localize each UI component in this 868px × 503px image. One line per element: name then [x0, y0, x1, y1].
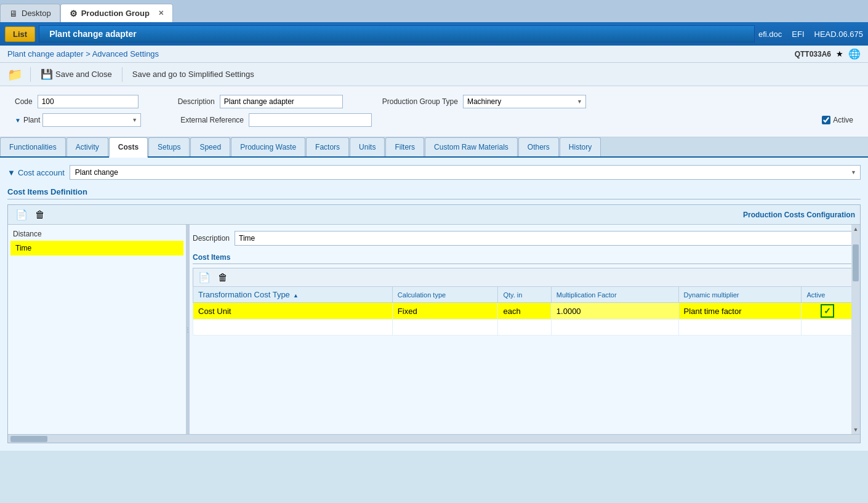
cost-items-table: Transformation Cost Type ▲ Calculation t…: [193, 286, 854, 336]
new-record-button[interactable]: 📄: [13, 207, 30, 222]
top-right-info: efi.doc EFI HEAD.06.675: [758, 30, 863, 39]
external-reference-input[interactable]: [249, 113, 372, 127]
cost-account-label-text: Cost account: [18, 168, 65, 177]
cost-item-new-button[interactable]: 📄: [196, 270, 213, 284]
code-input[interactable]: [38, 95, 139, 108]
tab-others[interactable]: Others: [518, 137, 559, 156]
production-group-type-select[interactable]: Machinery: [463, 95, 586, 108]
section-title: Cost Items Definition: [7, 187, 861, 199]
save-close-label: Save and Close: [55, 70, 112, 79]
cost-account-dropdown-icon[interactable]: ▼: [847, 167, 860, 178]
inner-toolbar: 📄 🗑 Production Costs Configuration: [8, 205, 860, 225]
table-row-empty-1: [193, 320, 854, 336]
cell-qty-in: each: [498, 303, 551, 320]
tab-setups[interactable]: Setups: [148, 137, 190, 156]
col-dynamic-multiplier: Dynamic multiplier: [678, 287, 802, 303]
tab-production-group[interactable]: ⚙ Production Group ✕: [60, 4, 173, 22]
split-view: Distance Time ⋮ Description Cost Items: [8, 225, 860, 434]
h-scroll-thumb[interactable]: [10, 436, 47, 442]
save-icon: 💾: [41, 68, 53, 80]
code-field: Code: [15, 95, 139, 108]
close-icon[interactable]: ✕: [158, 9, 164, 17]
active-label: Active: [833, 116, 853, 124]
top-bar: List Plant change adapter efi.doc EFI HE…: [0, 22, 868, 46]
scrollbar[interactable]: ▲ ▼: [851, 225, 860, 434]
folder-icon[interactable]: 📁: [5, 66, 25, 83]
cost-item-delete-button[interactable]: 🗑: [215, 270, 230, 284]
inner-panel: 📄 🗑 Production Costs Configuration Dista…: [7, 204, 861, 443]
save-close-button[interactable]: 💾 Save and Close: [36, 66, 117, 82]
tab-units[interactable]: Units: [350, 137, 385, 156]
description-field: Description: [178, 95, 343, 108]
tab-speed[interactable]: Speed: [190, 137, 230, 156]
save-simplified-button[interactable]: Save and go to Simplified Settings: [127, 68, 259, 81]
production-group-type-label: Production Group Type: [382, 97, 458, 106]
breadcrumb[interactable]: Plant change adapter > Advanced Settings: [7, 49, 159, 58]
star-icon[interactable]: ★: [836, 49, 843, 58]
tab-custom-raw-materials[interactable]: Custom Raw Materials: [425, 137, 518, 156]
tab-desktop[interactable]: 🖥 Desktop: [0, 4, 60, 22]
main-content: ▼ Cost account ▼ Cost Items Definition 📄…: [0, 158, 868, 451]
active-checkbox[interactable]: [822, 116, 830, 124]
toolbar: 📁 💾 Save and Close Save and go to Simpli…: [0, 63, 868, 86]
scroll-thumb[interactable]: [853, 244, 859, 281]
form-row-1: Code Description Production Group Type M…: [15, 95, 853, 108]
scroll-up-icon[interactable]: ▲: [853, 226, 859, 232]
tab-production-group-label: Production Group: [81, 9, 150, 18]
cost-account-input[interactable]: [70, 166, 847, 179]
cost-account-label: ▼ Cost account: [7, 168, 65, 177]
app-title: Plant change adapter: [39, 25, 755, 42]
production-costs-config-label: Production Costs Configuration: [743, 211, 855, 219]
left-panel-header: Distance: [10, 227, 183, 241]
cost-items-toolbar: 📄 🗑: [193, 268, 854, 286]
cost-items-section: Cost Items 📄 🗑 Transformation Cost Type: [193, 253, 854, 336]
scroll-down-icon[interactable]: ▼: [853, 427, 859, 433]
sort-asc-icon: ▲: [293, 292, 299, 299]
col-multiplication-factor: Multiplication Factor: [551, 287, 678, 303]
breadcrumb-bar: Plant change adapter > Advanced Settings…: [0, 46, 868, 63]
production-group-icon: ⚙: [70, 9, 78, 18]
toolbar-separator-2: [122, 67, 123, 82]
tab-functionalities[interactable]: Functionalities: [0, 137, 66, 156]
tab-desktop-label: Desktop: [22, 9, 51, 18]
col-transformation-cost-type: Transformation Cost Type ▲: [193, 287, 393, 303]
inner-toolbar-left: 📄 🗑: [13, 207, 47, 222]
desc-label: Description: [193, 234, 230, 243]
cost-account-wrapper: ▼: [70, 165, 861, 180]
head-version-label: HEAD.06.675: [814, 30, 864, 39]
bottom-scrollbar[interactable]: [8, 434, 860, 443]
cell-active: ✓: [802, 303, 854, 320]
active-field: Active: [822, 116, 853, 124]
col-active: Active: [802, 287, 854, 303]
list-item-time[interactable]: Time: [10, 241, 183, 256]
plant-select[interactable]: [42, 113, 141, 127]
cost-account-arrow-icon: ▼: [7, 168, 15, 177]
cell-dynamic-multiplier: Plant time factor: [678, 303, 802, 320]
globe-icon[interactable]: 🌐: [848, 48, 861, 60]
cell-multiplication-factor: 1.0000: [551, 303, 678, 320]
delete-record-button[interactable]: 🗑: [33, 207, 47, 222]
tabs-bar: Functionalities Activity Costs Setups Sp…: [0, 137, 868, 158]
desktop-icon: 🖥: [9, 9, 18, 18]
code-label: Code: [15, 97, 33, 106]
list-button[interactable]: List: [5, 26, 35, 42]
description-input[interactable]: [220, 95, 343, 108]
tab-factors[interactable]: Factors: [306, 137, 349, 156]
user-code: QTT033A6: [795, 50, 831, 58]
col-calculation-type: Calculation type: [392, 287, 498, 303]
tab-costs[interactable]: Costs: [109, 137, 148, 158]
tab-history[interactable]: History: [560, 137, 601, 156]
col-qty-in: Qty. in: [498, 287, 551, 303]
tab-producing-waste[interactable]: Producing Waste: [231, 137, 305, 156]
tab-activity[interactable]: Activity: [66, 137, 108, 156]
cost-items-title: Cost Items: [193, 253, 854, 264]
description-field-input[interactable]: [235, 231, 854, 246]
external-reference-label: External Reference: [180, 116, 244, 124]
tab-filters[interactable]: Filters: [385, 137, 424, 156]
cost-account-row: ▼ Cost account ▼: [7, 165, 861, 180]
description-row: Description: [193, 231, 854, 246]
table-row[interactable]: Cost Unit Fixed each 1.0000 Plant time f…: [193, 303, 854, 320]
breadcrumb-path: Plant change adapter > Advanced Settings: [7, 49, 159, 58]
toolbar-separator-1: [30, 67, 31, 82]
form-area: Code Description Production Group Type M…: [0, 86, 868, 137]
